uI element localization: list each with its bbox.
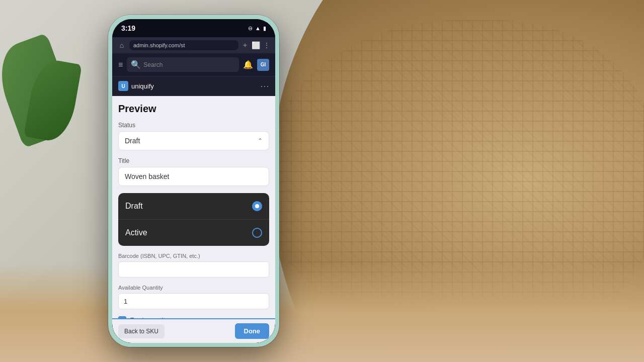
app-logo-text: uniquify	[131, 82, 154, 90]
status-value: Draft	[125, 137, 140, 145]
app-more-button[interactable]: ⋯	[260, 80, 269, 92]
bell-icon[interactable]: 🔔	[243, 60, 253, 69]
phone-case: 3:19 ⊖ ▲ ▮ ⌂ admin.shopify.com/st	[108, 15, 279, 347]
bottom-bar: Back to SKU Done	[112, 318, 275, 343]
browser-home-button[interactable]: ⌂	[117, 41, 126, 50]
battery-icon: ▮	[263, 25, 266, 32]
status-select[interactable]: Draft ⌃	[118, 131, 269, 150]
done-button[interactable]: Done	[235, 323, 270, 339]
status-time: 3:19	[121, 24, 135, 32]
barcode-input[interactable]	[118, 261, 269, 278]
app-logo-icon: U	[118, 81, 128, 91]
title-label: Title	[118, 157, 269, 164]
dropdown-item-draft[interactable]: Draft	[118, 193, 269, 220]
new-tab-button[interactable]: ＋	[242, 41, 249, 50]
dropdown-item-active[interactable]: Active	[118, 220, 269, 246]
title-field-group: Title Woven basket	[118, 157, 269, 186]
signal-icon: ⊖	[248, 25, 253, 32]
tab-count-button[interactable]: ⬜	[252, 41, 260, 49]
page-title: Preview	[118, 103, 269, 115]
content-area: Preview Status Draft ⌃ Title Woven bas	[112, 96, 275, 318]
search-icon: 🔍	[131, 60, 141, 69]
draft-option-label: Draft	[125, 202, 143, 211]
back-to-sku-button[interactable]: Back to SKU	[118, 324, 165, 338]
shopify-topbar: ≡ 🔍 Search 🔔 GI	[112, 53, 275, 76]
app-header: U uniquify ⋯	[112, 76, 275, 96]
qty-field-group: Available Quantity 1	[118, 285, 269, 309]
status-dropdown[interactable]: Draft Active	[118, 193, 269, 246]
wifi-icon: ▲	[255, 25, 261, 31]
status-icons: ⊖ ▲ ▮	[248, 25, 266, 32]
phone-body: 3:19 ⊖ ▲ ▮ ⌂ admin.shopify.com/st	[112, 19, 275, 343]
qty-label: Available Quantity	[118, 285, 269, 291]
user-avatar[interactable]: GI	[257, 59, 269, 71]
qty-value: 1	[124, 298, 127, 305]
status-bar: 3:19 ⊖ ▲ ▮	[112, 19, 275, 37]
browser-tabs-area: ＋ ⬜ ⋮	[242, 41, 270, 50]
browser-chrome: ⌂ admin.shopify.com/st ＋ ⬜ ⋮	[112, 37, 275, 53]
status-notch	[171, 19, 216, 33]
app-logo: U uniquify	[118, 81, 154, 91]
barcode-label: Barcode (ISBN, UPC, GTIN, etc.)	[118, 253, 269, 259]
phone-screen: 3:19 ⊖ ▲ ▮ ⌂ admin.shopify.com/st	[112, 19, 275, 343]
barcode-field-group: Barcode (ISBN, UPC, GTIN, etc.)	[118, 253, 269, 278]
draft-radio-button[interactable]	[252, 201, 262, 211]
menu-icon[interactable]: ≡	[118, 60, 123, 69]
address-bar[interactable]: admin.shopify.com/st	[129, 40, 238, 50]
qty-input[interactable]: 1	[118, 293, 269, 309]
active-radio-button[interactable]	[252, 228, 262, 238]
status-field-group: Status Draft ⌃	[118, 122, 269, 150]
title-value: Woven basket	[125, 172, 169, 180]
address-text: admin.shopify.com/st	[133, 42, 185, 48]
active-option-label: Active	[125, 228, 147, 237]
home-icon: ⌂	[120, 41, 124, 49]
chevron-down-icon: ⌃	[258, 137, 263, 144]
title-input[interactable]: Woven basket	[118, 167, 269, 186]
floor	[0, 261, 644, 362]
search-placeholder: Search	[143, 61, 163, 68]
search-box[interactable]: 🔍 Search	[127, 57, 239, 72]
browser-menu-button[interactable]: ⋮	[263, 41, 270, 49]
status-label: Status	[118, 122, 269, 129]
